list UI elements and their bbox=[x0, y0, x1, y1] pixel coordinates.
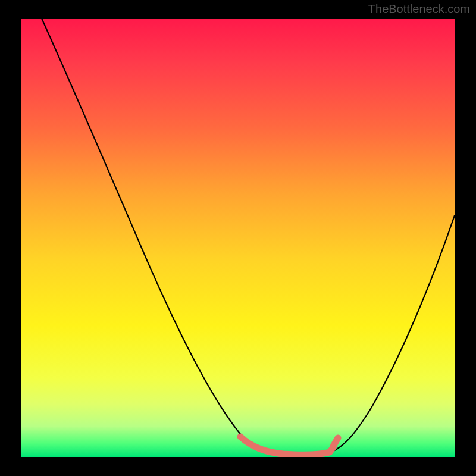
watermark-text: TheBottleneck.com bbox=[368, 2, 470, 16]
optimal-highlight-path bbox=[240, 437, 338, 455]
bottleneck-curve-path bbox=[39, 19, 455, 455]
chart-svg bbox=[21, 19, 455, 457]
chart-plot-area bbox=[21, 19, 455, 457]
